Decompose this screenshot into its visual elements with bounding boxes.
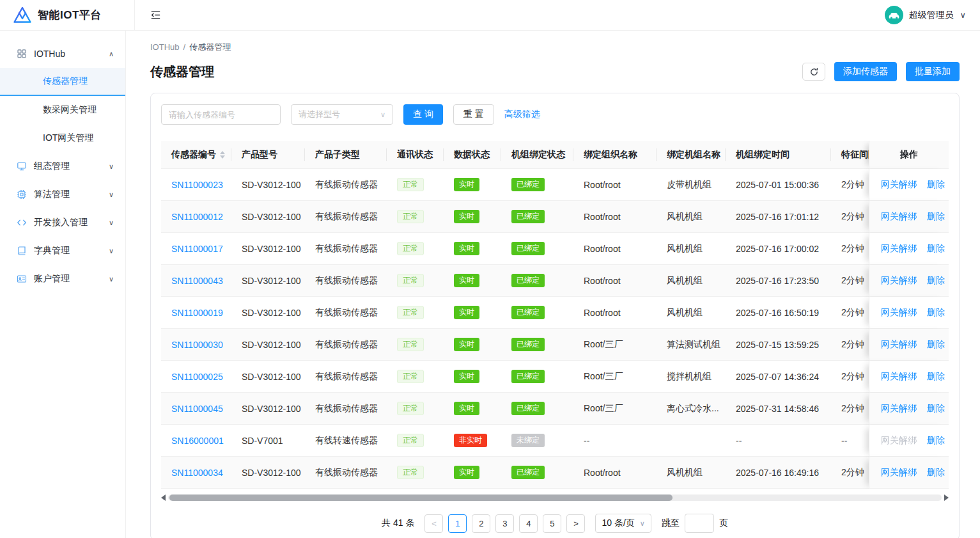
bind-status-tag: 已绑定 — [511, 274, 545, 287]
sidebar-item-label: IOT网关管理 — [43, 132, 93, 144]
sidebar-item-sensor-management[interactable]: 传感器管理 — [0, 68, 125, 96]
scroll-left-arrow[interactable] — [161, 494, 166, 501]
cell-bind-time: 2025-07-16 16:49:16 — [726, 457, 831, 489]
sidebar-item-daq-gateway-management[interactable]: 数采网关管理 — [0, 96, 125, 124]
sidebar-item-dev-access-management[interactable]: 开发接入管理 ∨ — [0, 209, 125, 237]
cell-org: Root/root — [573, 297, 657, 329]
sensor-id-link[interactable]: SN11000019 — [171, 308, 223, 318]
cell-bind-time: 2025-07-16 16:50:19 — [726, 297, 831, 329]
sidebar-item-iot-gateway-management[interactable]: IOT网关管理 — [0, 124, 125, 152]
breadcrumb-root[interactable]: IOTHub — [150, 42, 180, 52]
delete-link[interactable]: 删除 — [927, 179, 945, 189]
delete-link[interactable]: 删除 — [927, 339, 945, 349]
unbind-gateway-link[interactable]: 网关解绑 — [881, 275, 917, 285]
cell-unit: 搅拌机机组 — [657, 361, 726, 393]
unbind-gateway-link[interactable]: 网关解绑 — [881, 403, 917, 413]
pagination-total: 共 41 条 — [382, 518, 414, 529]
id-card-icon — [17, 274, 27, 284]
comm-status-tag: 正常 — [397, 274, 424, 287]
advanced-filter-link[interactable]: 高级筛选 — [504, 109, 540, 120]
page-button-2[interactable]: 2 — [472, 514, 490, 533]
sensor-id-link[interactable]: SN11000030 — [171, 340, 223, 350]
cell-unit: 风机机组 — [657, 201, 726, 233]
page-button-1[interactable]: 1 — [448, 514, 467, 533]
delete-link[interactable]: 删除 — [927, 371, 945, 381]
refresh-button[interactable] — [802, 63, 825, 81]
prev-page-button[interactable]: < — [424, 514, 443, 533]
data-status-tag: 实时 — [454, 178, 479, 191]
bind-status-tag: 已绑定 — [511, 210, 545, 223]
user-menu[interactable]: 超级管理员 ∨ — [885, 6, 980, 24]
add-sensor-button[interactable]: 添加传感器 — [834, 62, 897, 81]
chevron-down-icon: ∨ — [109, 247, 114, 255]
delete-link[interactable]: 删除 — [927, 403, 945, 413]
sidebar-item-algorithm-management[interactable]: 算法管理 ∨ — [0, 180, 125, 209]
sensor-id-link[interactable]: SN11000017 — [171, 244, 223, 254]
cell-model: SD-V3012-100 — [231, 233, 305, 265]
delete-link[interactable]: 删除 — [927, 307, 945, 317]
unbind-gateway-link[interactable]: 网关解绑 — [881, 435, 917, 445]
reset-button[interactable]: 重 置 — [453, 104, 494, 125]
delete-link[interactable]: 删除 — [927, 467, 945, 477]
content-card: 请选择型号 ∨ 查 询 重 置 高级筛选 传感器编号 — [150, 93, 960, 538]
sensor-id-link[interactable]: SN11000023 — [171, 180, 223, 190]
sidebar-item-iothub[interactable]: IOTHub ∧ — [0, 40, 125, 68]
delete-link[interactable]: 删除 — [927, 211, 945, 221]
batch-add-button[interactable]: 批量添加 — [906, 62, 960, 81]
data-status-tag: 实时 — [454, 338, 479, 351]
data-status-tag: 实时 — [454, 402, 479, 415]
data-status-tag: 实时 — [454, 306, 479, 319]
app-title: 智能IOT平台 — [38, 8, 102, 22]
sensor-id-link[interactable]: SN16000001 — [171, 436, 224, 446]
cell-bind-time: 2025-07-15 13:59:25 — [726, 329, 831, 361]
column-header-data-status: 数据状态 — [444, 141, 501, 169]
app-logo-icon — [13, 6, 32, 24]
brand: 智能IOT平台 — [0, 0, 135, 30]
unbind-gateway-link[interactable]: 网关解绑 — [881, 211, 917, 221]
sidebar-item-dictionary-management[interactable]: 字典管理 ∨ — [0, 237, 125, 265]
data-status-tag: 实时 — [454, 274, 479, 287]
table-row: SN11000034 SD-V3012-100 有线振动传感器 正常 实时 已绑… — [161, 457, 949, 489]
sidebar-item-account-management[interactable]: 账户管理 ∨ — [0, 265, 125, 293]
sort-icon[interactable] — [220, 151, 225, 159]
page-button-5[interactable]: 5 — [543, 514, 561, 533]
sensor-id-input[interactable] — [161, 104, 281, 125]
unbind-gateway-link[interactable]: 网关解绑 — [881, 339, 917, 349]
delete-link[interactable]: 删除 — [927, 435, 945, 445]
cell-unit: 风机机组 — [657, 233, 726, 265]
model-select[interactable]: 请选择型号 ∨ — [291, 104, 393, 125]
sensor-id-link[interactable]: SN11000043 — [171, 276, 223, 286]
cell-model: SD-V3012-100 — [231, 297, 305, 329]
page-size-select[interactable]: 10 条/页 ∨ — [595, 514, 651, 533]
column-header-sensor-id[interactable]: 传感器编号 — [161, 141, 231, 169]
sensor-id-link[interactable]: SN11000034 — [171, 468, 223, 478]
sensor-id-link[interactable]: SN11000045 — [171, 404, 223, 414]
bind-status-tag: 已绑定 — [511, 370, 545, 383]
sidebar-item-configuration-management[interactable]: 组态管理 ∨ — [0, 152, 125, 180]
page-button-3[interactable]: 3 — [495, 514, 514, 533]
scroll-right-arrow[interactable] — [944, 494, 949, 501]
scrollbar-thumb[interactable] — [169, 494, 673, 501]
sidebar-collapse-button[interactable] — [150, 10, 161, 20]
bind-status-tag: 已绑定 — [511, 306, 545, 319]
unbind-gateway-link[interactable]: 网关解绑 — [881, 307, 917, 317]
grid-icon — [17, 49, 27, 59]
unbind-gateway-link[interactable]: 网关解绑 — [881, 371, 917, 381]
unbind-gateway-link[interactable]: 网关解绑 — [881, 179, 917, 189]
sensor-id-link[interactable]: SN11000025 — [171, 372, 223, 382]
delete-link[interactable]: 删除 — [927, 275, 945, 285]
search-button[interactable]: 查 询 — [403, 104, 443, 125]
comm-status-tag: 正常 — [397, 210, 424, 223]
sensor-id-link[interactable]: SN11000012 — [171, 212, 223, 222]
delete-link[interactable]: 删除 — [927, 243, 945, 253]
cell-bind-time: 2025-07-16 17:01:12 — [726, 201, 831, 233]
breadcrumb-current: 传感器管理 — [189, 42, 231, 52]
refresh-icon — [809, 67, 819, 77]
page-button-4[interactable]: 4 — [519, 514, 538, 533]
unbind-gateway-link[interactable]: 网关解绑 — [881, 467, 917, 477]
unbind-gateway-link[interactable]: 网关解绑 — [881, 243, 917, 253]
cell-unit: 风机机组 — [657, 297, 726, 329]
jump-page-input[interactable] — [685, 514, 714, 533]
next-page-button[interactable]: > — [566, 514, 585, 533]
scrollbar-track[interactable] — [168, 494, 942, 501]
